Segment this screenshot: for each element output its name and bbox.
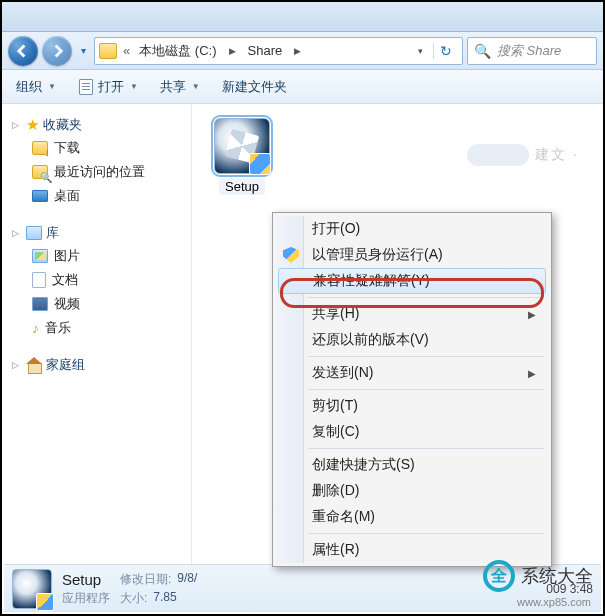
sidebar-music[interactable]: ♪音乐 (8, 316, 185, 340)
sidebar-homegroup[interactable]: ▷ 家庭组 (8, 354, 185, 376)
submenu-arrow-icon: ▶ (528, 368, 536, 379)
breadcrumb-drive[interactable]: 本地磁盘 (C:) (136, 42, 219, 60)
nav-history-dropdown[interactable]: ▾ (76, 37, 90, 65)
libraries-icon (26, 226, 42, 240)
breadcrumb-folder[interactable]: Share (245, 43, 286, 58)
collapse-icon[interactable]: ▷ (12, 360, 22, 370)
details-size-value: 7.85 (153, 590, 176, 607)
desktop-icon (32, 190, 48, 202)
ctx-share[interactable]: 共享(H)▶ (276, 301, 548, 327)
sidebar-favorites[interactable]: ▷ ★ 收藏夹 (8, 114, 185, 136)
ctx-copy[interactable]: 复制(C) (276, 419, 548, 445)
ctx-open[interactable]: 打开(O) (276, 216, 548, 242)
sidebar-pictures[interactable]: 图片 (8, 244, 185, 268)
context-menu: 打开(O) 以管理员身份运行(A) 兼容性疑难解答(Y) 共享(H)▶ 还原以前… (272, 212, 552, 567)
toolbar: 组织▼ 打开▼ 共享▼ 新建文件夹 (2, 70, 603, 104)
watermark-url: www.xp85.com (517, 596, 591, 608)
folder-icon (99, 43, 117, 59)
downloads-icon (32, 141, 48, 155)
refresh-icon[interactable]: ↻ (433, 43, 458, 59)
separator (308, 389, 544, 390)
nav-forward-button[interactable] (42, 36, 72, 66)
shield-icon (283, 247, 299, 263)
search-placeholder: 搜索 Share (497, 42, 561, 60)
page-icon (79, 79, 93, 95)
details-date-value: 9/8/ (177, 571, 197, 588)
address-row: ▾ « 本地磁盘 (C:) ▶ Share ▶ ▾ ↻ 🔍 搜索 Share (2, 32, 603, 70)
window-titlebar (2, 2, 603, 32)
ctx-cut[interactable]: 剪切(T) (276, 393, 548, 419)
navigation-pane: ▷ ★ 收藏夹 下载 最近访问的位置 桌面 ▷ 库 图片 文档 视频 ♪音乐 (2, 104, 192, 566)
watermark-icon: 全 (483, 560, 515, 592)
ctx-create-shortcut[interactable]: 创建快捷方式(S) (276, 452, 548, 478)
background-hint: 建文 · (467, 144, 579, 166)
recent-icon (32, 165, 48, 179)
installer-icon (214, 118, 270, 174)
sidebar-videos[interactable]: 视频 (8, 292, 185, 316)
videos-icon (32, 297, 48, 311)
new-folder-button[interactable]: 新建文件夹 (218, 76, 291, 98)
ctx-delete[interactable]: 删除(D) (276, 478, 548, 504)
watermark-text: 系统大全 (521, 564, 593, 588)
chevron-down-icon: ▼ (130, 82, 138, 91)
sidebar-downloads[interactable]: 下载 (8, 136, 185, 160)
collapse-icon[interactable]: ▷ (12, 228, 22, 238)
address-bar[interactable]: « 本地磁盘 (C:) ▶ Share ▶ ▾ ↻ (94, 37, 463, 65)
details-type: 应用程序 (62, 590, 110, 607)
open-button[interactable]: 打开▼ (74, 76, 142, 98)
chevron-right-icon[interactable]: ▶ (291, 46, 304, 56)
organize-button[interactable]: 组织▼ (12, 76, 60, 98)
star-icon: ★ (26, 116, 39, 134)
ctx-send-to[interactable]: 发送到(N)▶ (276, 360, 548, 386)
submenu-arrow-icon: ▶ (528, 309, 536, 320)
share-button[interactable]: 共享▼ (156, 76, 204, 98)
ctx-runas-admin[interactable]: 以管理员身份运行(A) (276, 242, 548, 268)
ctx-rename[interactable]: 重命名(M) (276, 504, 548, 530)
chevron-down-icon: ▼ (192, 82, 200, 91)
breadcrumb-prefix: « (123, 43, 130, 58)
ctx-restore-versions[interactable]: 还原以前的版本(V) (276, 327, 548, 353)
sidebar-documents[interactable]: 文档 (8, 268, 185, 292)
ctx-compatibility-troubleshoot[interactable]: 兼容性疑难解答(Y) (278, 268, 546, 294)
watermark-logo: 全 系统大全 (483, 560, 593, 592)
file-setup[interactable]: Setup (204, 118, 280, 195)
details-size-label: 大小: (120, 590, 147, 607)
sidebar-desktop[interactable]: 桌面 (8, 184, 185, 208)
chevron-right-icon[interactable]: ▶ (226, 46, 239, 56)
nav-back-button[interactable] (8, 36, 38, 66)
collapse-icon[interactable]: ▷ (12, 120, 22, 130)
music-icon: ♪ (32, 320, 39, 336)
sidebar-recent[interactable]: 最近访问的位置 (8, 160, 185, 184)
separator (308, 533, 544, 534)
separator (308, 448, 544, 449)
installer-icon (12, 569, 52, 609)
pictures-icon (32, 249, 48, 263)
sidebar-libraries[interactable]: ▷ 库 (8, 222, 185, 244)
separator (308, 356, 544, 357)
search-icon: 🔍 (474, 43, 491, 59)
details-title: Setup (62, 571, 110, 588)
search-input[interactable]: 🔍 搜索 Share (467, 37, 597, 65)
documents-icon (32, 272, 46, 288)
separator (308, 297, 544, 298)
details-date-label: 修改日期: (120, 571, 171, 588)
chevron-down-icon: ▼ (48, 82, 56, 91)
addr-dropdown-icon[interactable]: ▾ (418, 46, 423, 56)
homegroup-icon (26, 358, 42, 372)
file-label: Setup (219, 178, 265, 195)
